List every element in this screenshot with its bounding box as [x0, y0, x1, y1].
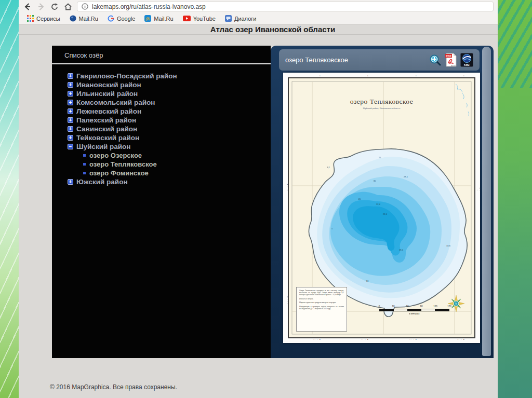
expand-plus-icon[interactable]: +	[68, 135, 73, 141]
scale-tick: 0	[379, 305, 380, 308]
reload-icon[interactable]	[50, 2, 59, 11]
expand-plus-icon[interactable]: +	[68, 126, 73, 132]
scale-caption: в метрах	[379, 312, 449, 315]
coordinate-tick: ·· · •	[361, 338, 369, 341]
expand-plus-icon[interactable]: +	[68, 100, 73, 105]
slide-left-decoration	[0, 0, 19, 398]
zoom-in-icon[interactable]	[429, 54, 442, 66]
slide: lakemaps.org/ru/atlas-russia-ivanovo.asp…	[0, 0, 532, 398]
sidebar-item-lake[interactable]: озеро Озерское	[68, 151, 271, 160]
svg-text:N: N	[455, 302, 457, 305]
expand-plus-icon[interactable]: +	[68, 108, 73, 114]
sidebar-item-district[interactable]: +Южский район	[68, 177, 271, 186]
coordinate-tick: ·· · •	[361, 75, 369, 77]
depth-label: 30	[374, 180, 376, 182]
sidebar-item-district[interactable]: +Ивановский район	[68, 80, 271, 89]
bullet-icon	[83, 163, 86, 166]
expand-plus-icon[interactable]: +	[68, 91, 73, 97]
sidebar-item-district[interactable]: +Комсомольский район	[68, 98, 271, 107]
legend-paragraph: Озеро Тепляковское находится в км к вост…	[299, 290, 344, 296]
coordinate-tick: ·· · •	[409, 338, 417, 341]
bullet-icon	[83, 154, 86, 157]
bookmark-label: Mail.Ru	[154, 16, 173, 22]
coordinate-tick: ·· · •	[476, 187, 481, 191]
lake-map[interactable]: N озеро Тепляковское Шуйский район, Иван…	[283, 73, 480, 343]
page-title: Атлас озер Ивановской области	[33, 24, 512, 34]
viewer-header: озеро Тепляковское	[279, 49, 480, 71]
district-label: Лежневский район	[76, 107, 141, 115]
depth-label: 5	[331, 227, 332, 230]
depth-label: 10,6	[446, 244, 450, 247]
sidebar-item-district-expanded[interactable]: −Шуйский район	[68, 142, 271, 151]
map-subtitle: Шуйский район, Ивановская область	[283, 107, 480, 109]
divider	[19, 34, 498, 35]
depth-label: 18,4	[399, 249, 403, 251]
bookmark-apps[interactable]: Сервисы	[24, 15, 63, 22]
expand-plus-icon[interactable]: +	[68, 82, 73, 88]
chat-bubble-icon	[225, 15, 232, 22]
coordinate-tick: ·· · •	[286, 183, 289, 191]
bookmark-label: YouTube	[193, 16, 216, 22]
forward-icon[interactable]	[36, 2, 46, 11]
expand-plus-icon[interactable]: +	[68, 73, 73, 79]
mailru-globe-icon	[70, 15, 76, 22]
sidebar-item-district[interactable]: +Палехский район	[68, 116, 271, 125]
bookmark-google[interactable]: Google	[104, 15, 138, 22]
scale-tick: 120	[433, 305, 437, 308]
bullet-icon	[83, 172, 86, 174]
bookmark-mailru-2[interactable]: @ Mail.Ru	[141, 15, 176, 22]
browser-toolbar: lakemaps.org/ru/atlas-russia-ivanovo.asp	[19, 0, 498, 13]
sidebar-item-district[interactable]: +Ильинский район	[68, 89, 271, 98]
bookmark-label: Сервисы	[36, 16, 60, 22]
slide-corner-stripes	[498, 0, 532, 88]
coordinate-tick: ·· · •	[457, 75, 465, 77]
scale-tick: 150	[447, 305, 451, 308]
scale-tick: 90	[420, 305, 422, 308]
coordinate-tick: ·· · •	[457, 338, 465, 341]
map-legend: Озеро Тепляковское находится в км к вост…	[296, 287, 347, 332]
content-panels: Список озёр +Гаврилово-Посадский район +…	[52, 46, 494, 358]
web-page: Атлас озер Ивановской области Список озё…	[19, 24, 498, 398]
scale-bar: 0 30 60 90 120 150 в метрах	[379, 305, 449, 317]
back-icon[interactable]	[23, 2, 32, 11]
sidebar-item-district[interactable]: +Лежневский район	[68, 107, 271, 116]
lake-label: озеро Озерское	[89, 152, 142, 159]
sidebar-item-district[interactable]: +Савинский район	[68, 125, 271, 133]
coordinate-tick: ·· · •	[286, 296, 289, 304]
scale-tick: 30	[392, 305, 394, 308]
collapse-minus-icon[interactable]: −	[68, 144, 73, 149]
coordinate-tick: ·· · •	[313, 75, 321, 77]
sidebar-item-lake[interactable]: озеро Тепляковское	[68, 160, 271, 169]
expand-plus-icon[interactable]: +	[68, 179, 73, 185]
expand-plus-icon[interactable]: +	[68, 117, 73, 123]
google-g-icon	[108, 15, 114, 22]
district-label: Шуйский район	[76, 143, 130, 150]
url-bar[interactable]: lakemaps.org/ru/atlas-russia-ivanovo.asp	[77, 2, 494, 11]
depth-label: 28,6	[383, 213, 387, 215]
sidebar-item-district[interactable]: +Гаврилово-Посадский район	[68, 72, 271, 80]
depth-label: 13	[366, 280, 368, 282]
sidebar-item-district[interactable]: +Тейковский район	[68, 133, 271, 142]
viewer-title: озеро Тепляковское	[285, 56, 348, 64]
page-info-icon[interactable]	[82, 3, 88, 10]
youtube-icon	[183, 16, 191, 21]
kmz-export-icon[interactable]: KMZ	[460, 53, 473, 67]
lake-label: озеро Тепляковское	[89, 160, 157, 168]
bookmark-label: Mail.Ru	[79, 16, 98, 22]
apps-grid-icon	[27, 15, 34, 22]
bookmark-dialogs[interactable]: Диалоги	[222, 15, 260, 22]
depth-label: 25	[379, 156, 381, 159]
sidebar-item-lake[interactable]: озеро Фоминское	[68, 169, 271, 177]
svg-text:@: @	[145, 16, 150, 21]
bookmark-label: Диалоги	[234, 16, 257, 22]
lake-list-panel: Список озёр +Гаврилово-Посадский район +…	[52, 46, 271, 358]
lake-label: озеро Фоминское	[89, 169, 149, 177]
bookmark-youtube[interactable]: YouTube	[180, 16, 219, 22]
url-text[interactable]: lakemaps.org/ru/atlas-russia-ivanovo.asp	[92, 3, 206, 10]
home-icon[interactable]	[63, 2, 73, 11]
pdf-export-icon[interactable]: PDF Adobe	[445, 53, 457, 67]
viewer-scrollbar[interactable]	[482, 47, 491, 356]
coordinate-tick: ·· · •	[409, 75, 417, 77]
depth-label: 32,4	[376, 203, 380, 205]
bookmark-mailru-1[interactable]: Mail.Ru	[66, 15, 101, 22]
